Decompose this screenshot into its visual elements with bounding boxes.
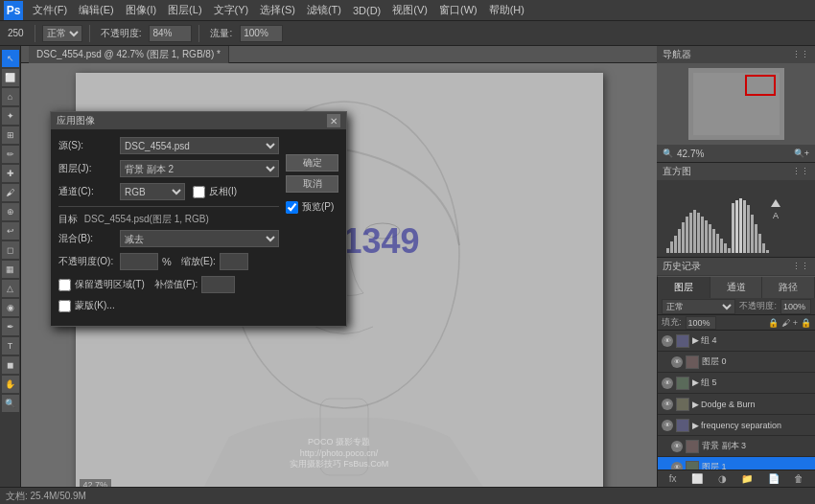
tool-healing[interactable]: ✚ <box>2 165 19 182</box>
dialog-ok-button[interactable]: 确定 <box>286 154 338 172</box>
invert-checkbox[interactable] <box>193 186 205 198</box>
menu-select[interactable]: 选择(S) <box>254 1 301 19</box>
scale-input[interactable]: 2 <box>220 253 248 270</box>
tool-text[interactable]: T <box>2 337 19 355</box>
delete-layer-button[interactable]: 🗑 <box>794 473 803 484</box>
layer-item[interactable]: 👁▶frequency separation <box>658 415 815 436</box>
svg-rect-34 <box>751 215 754 253</box>
dialog-content: 确定 取消 预览(P) 源(S): DSC_4554.psd <box>51 129 346 326</box>
canvas-watermark: POCO 摄影专题 http://photo.poco.cn/ 实用摄影技巧 F… <box>290 436 389 470</box>
preview-checkbox[interactable] <box>286 201 298 214</box>
menu-view[interactable]: 视图(V) <box>386 1 433 19</box>
add-mask-button[interactable]: ⬜ <box>691 473 703 484</box>
opacity-field[interactable] <box>780 299 811 314</box>
layer-visibility-toggle[interactable]: 👁 <box>671 356 683 368</box>
layer-name-label: ▶组 5 <box>692 377 811 389</box>
menu-help[interactable]: 帮助(H) <box>483 1 530 19</box>
menu-edit[interactable]: 编辑(E) <box>73 1 120 19</box>
svg-rect-26 <box>720 239 723 253</box>
tool-shape[interactable]: ◼ <box>2 356 19 374</box>
channel-select[interactable]: RGB <box>120 183 185 200</box>
new-group-button[interactable]: 📁 <box>741 473 753 484</box>
tool-history-brush[interactable]: ↩ <box>2 222 19 240</box>
tool-crop[interactable]: ⊞ <box>2 126 19 144</box>
tab-channels[interactable]: 通道 <box>710 277 763 298</box>
tool-hand[interactable]: ✋ <box>2 376 19 393</box>
layer-item[interactable]: 👁背景 副本 3 <box>658 436 815 457</box>
offset-input[interactable]: 128 <box>201 276 235 293</box>
menu-image[interactable]: 图像(I) <box>120 1 162 19</box>
menu-filter[interactable]: 滤镜(T) <box>301 1 347 19</box>
layer-item[interactable]: 👁▶Dodge & Burn <box>658 394 815 415</box>
lock-all-icon[interactable]: 🔒 <box>801 318 811 328</box>
channel-label: 通道(C): <box>58 185 116 198</box>
tool-gradient[interactable]: ▦ <box>2 261 19 278</box>
svg-rect-35 <box>755 224 757 253</box>
fill-field[interactable] <box>686 316 716 330</box>
dialog-cancel-button[interactable]: 取消 <box>286 175 338 193</box>
layer-visibility-toggle[interactable]: 👁 <box>671 441 683 452</box>
status-bar: 文档: 25.4M/50.9M <box>0 487 815 504</box>
flow-input[interactable] <box>240 25 283 42</box>
mask-checkbox[interactable] <box>58 300 71 312</box>
tool-pen[interactable]: ✒ <box>2 318 19 335</box>
source-select[interactable]: DSC_4554.psd <box>120 137 279 154</box>
menu-3d[interactable]: 3D(D) <box>347 3 386 18</box>
layer-item[interactable]: 👁▶组 4 <box>658 331 815 352</box>
lock-transparent-icon[interactable]: 🔒 <box>768 318 779 328</box>
layer-visibility-toggle[interactable]: 👁 <box>662 335 673 347</box>
layer-visibility-toggle[interactable]: 👁 <box>662 399 673 410</box>
tool-blur[interactable]: △ <box>2 280 19 297</box>
tool-stamp[interactable]: ⊕ <box>2 203 19 220</box>
menu-window[interactable]: 窗口(W) <box>433 1 483 19</box>
blending-select[interactable]: 减去 <box>120 230 279 247</box>
layer-visibility-toggle[interactable]: 👁 <box>662 378 673 389</box>
opacity-input[interactable]: 100 <box>120 253 158 270</box>
layers-list: 👁▶组 4👁图层 0👁▶组 5👁▶Dodge & Burn👁▶frequency… <box>658 331 815 470</box>
tool-eyedropper[interactable]: ✏ <box>2 146 19 163</box>
layer-select[interactable]: 背景 副本 2 <box>120 160 279 177</box>
svg-rect-33 <box>747 205 750 253</box>
layer-name-label: ▶组 4 <box>692 334 811 347</box>
layer-name-label: ▶Dodge & Burn <box>692 400 811 409</box>
tool-zoom[interactable]: 🔍 <box>2 395 19 412</box>
tool-dodge[interactable]: ◉ <box>2 299 19 316</box>
menu-type[interactable]: 文字(Y) <box>208 1 255 19</box>
history-header: 历史记录 ⋮⋮ <box>657 258 815 275</box>
menu-file[interactable]: 文件(F) <box>27 1 73 19</box>
tool-select-rect[interactable]: ⬜ <box>2 69 19 86</box>
add-layer-style-button[interactable]: fx <box>669 473 677 484</box>
new-layer-button[interactable]: 📄 <box>768 473 780 484</box>
tool-eraser[interactable]: ◻ <box>2 241 19 259</box>
brush-mode-select[interactable]: 正常 <box>42 25 82 42</box>
layer-item[interactable]: 👁图层 1 <box>658 457 815 470</box>
layer-visibility-toggle[interactable]: 👁 <box>662 420 673 431</box>
tool-brush[interactable]: 🖌 <box>2 184 19 201</box>
lock-move-icon[interactable]: + <box>793 318 798 328</box>
tool-magic-wand[interactable]: ✦ <box>2 107 19 125</box>
menu-layer[interactable]: 图层(L) <box>162 1 207 19</box>
channel-row: 通道(C): RGB 反相(I) <box>58 183 279 200</box>
app-icon: Ps <box>4 1 23 20</box>
tab-layers[interactable]: 图层 <box>658 277 710 298</box>
layer-item[interactable]: 👁▶组 5 <box>658 373 815 394</box>
new-adjustment-button[interactable]: ◑ <box>718 473 727 484</box>
lock-paint-icon[interactable]: 🖌 <box>781 318 790 328</box>
layer-visibility-toggle[interactable]: 👁 <box>671 462 683 470</box>
tool-move[interactable]: ↖ <box>2 50 19 67</box>
tab-paths[interactable]: 路径 <box>762 277 815 298</box>
canvas-area[interactable]: 611349 POCO 摄影专题 http://photo.poco.cn/ 实… <box>21 63 657 504</box>
preserve-transparency-checkbox[interactable] <box>58 279 71 291</box>
blend-mode-select[interactable]: 正常 <box>662 299 735 314</box>
layer-item[interactable]: 👁图层 0 <box>658 352 815 373</box>
tool-lasso[interactable]: ⌂ <box>2 88 19 105</box>
layer-thumbnail <box>676 377 689 390</box>
opacity-input[interactable] <box>149 25 192 42</box>
dialog-close-button[interactable]: ✕ <box>327 114 340 127</box>
layer-thumbnail <box>676 419 689 432</box>
blending-label: 混合(B): <box>58 232 116 245</box>
offset-label: 补偿值(F): <box>154 278 198 291</box>
dialog-title-bar[interactable]: 应用图像 ✕ <box>51 112 346 129</box>
source-label: 源(S): <box>58 139 116 152</box>
canvas-tab-item[interactable]: DSC_4554.psd @ 42.7% (图层 1, RGB/8) * <box>29 46 229 63</box>
